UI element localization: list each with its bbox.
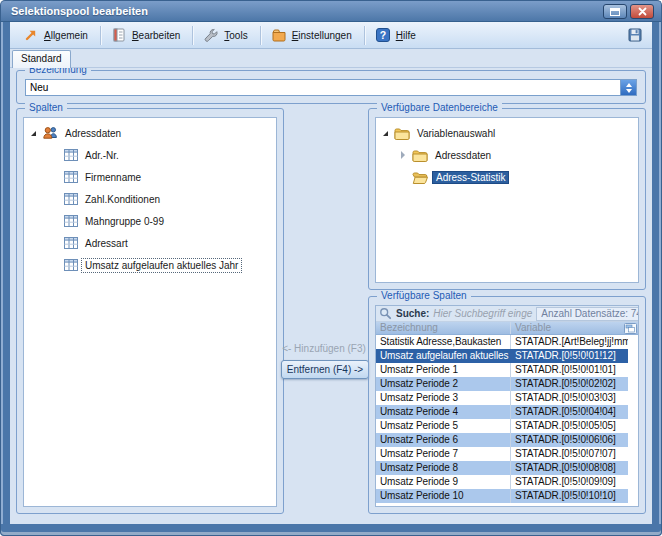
column-header-variable[interactable]: Variable bbox=[510, 322, 638, 334]
toolbar: AllgemeinBearbeitenToolsEinstellungen?Hi… bbox=[10, 22, 652, 49]
toolbar-button-einstellungen[interactable]: Einstellungen bbox=[264, 25, 361, 46]
tree-item-label: Firmenname bbox=[82, 171, 144, 184]
toolbar-separator bbox=[364, 26, 365, 45]
tree-item-label: Adressdaten bbox=[62, 127, 124, 140]
search-bar[interactable]: Suche: Hier Suchbegriff einge Anzahl Dat… bbox=[376, 306, 638, 322]
bezeichnung-combobox[interactable]: Neu bbox=[25, 79, 637, 96]
toolbar-separator bbox=[100, 26, 101, 45]
cell-variable: STATADR.[0!5!0!02!02] bbox=[510, 377, 628, 391]
settings-icon bbox=[271, 27, 287, 43]
window-frame-right bbox=[652, 22, 662, 524]
toolbar-buttons: AllgemeinBearbeitenToolsEinstellungen?Hi… bbox=[16, 25, 425, 46]
cell-bezeichnung: Umsatz Periode 4 bbox=[376, 405, 510, 419]
verfuegbare-spalten-group: Verfügbare Spalten Suche: Hier Suchbegri… bbox=[368, 296, 646, 514]
toolbar-button-label: Einstellungen bbox=[292, 30, 352, 41]
cell-bezeichnung: Umsatz Periode 6 bbox=[376, 433, 510, 447]
tree-item[interactable]: Zahl.Konditionen bbox=[24, 188, 276, 210]
tree-item-label: Umsatz aufgelaufen aktuelles Jahr bbox=[82, 259, 241, 272]
search-label: Suche: bbox=[396, 308, 429, 319]
close-button[interactable] bbox=[630, 4, 654, 19]
grid-row[interactable]: Umsatz Periode 2STATADR.[0!5!0!02!02] bbox=[376, 377, 628, 391]
spinner-down-icon bbox=[626, 89, 632, 93]
folder-closed-icon bbox=[394, 127, 410, 140]
cell-bezeichnung: Umsatz Periode 5 bbox=[376, 419, 510, 433]
toolbar-button-label: Hilfe bbox=[396, 30, 416, 41]
datenbereiche-group-label: Verfügbare Datenbereiche bbox=[377, 102, 502, 113]
toolbar-button-bearbeiten[interactable]: Bearbeiten bbox=[104, 25, 189, 46]
app-window: Selektionspool bearbeiten AllgemeinBearb… bbox=[0, 0, 662, 536]
spinner-up-icon bbox=[626, 83, 632, 87]
verfuegbare-spalten-grid: Suche: Hier Suchbegriff einge Anzahl Dat… bbox=[375, 305, 639, 507]
datenbereiche-group: Verfügbare Datenbereiche Variablenauswah… bbox=[368, 108, 646, 290]
table-icon bbox=[64, 215, 78, 227]
cell-variable: STATADR.[0!5!0!10!10] bbox=[510, 489, 628, 503]
tree-item[interactable]: Mahngruppe 0-99 bbox=[24, 210, 276, 232]
grid-row[interactable]: Umsatz Periode 7STATADR.[0!5!0!07!07] bbox=[376, 447, 628, 461]
grid-row[interactable]: Umsatz Periode 9STATADR.[0!5!0!09!09] bbox=[376, 475, 628, 489]
tree-expanded-icon[interactable] bbox=[28, 131, 38, 136]
tree-item-label: Adr.-Nr. bbox=[82, 149, 122, 162]
grid-row[interactable]: Umsatz aufgelaufen aktuelles JahrSTATADR… bbox=[376, 349, 628, 363]
cell-bezeichnung: Umsatz Periode 1 bbox=[376, 363, 510, 377]
save-button[interactable] bbox=[624, 24, 646, 46]
toolbar-button-hilfe[interactable]: ?Hilfe bbox=[368, 25, 425, 46]
tree-item[interactable]: Adressdaten bbox=[24, 122, 276, 144]
combobox-spinner-button[interactable] bbox=[620, 80, 636, 95]
restore-button[interactable] bbox=[603, 4, 627, 19]
grid-row[interactable]: Umsatz Periode 3STATADR.[0!5!0!03!03] bbox=[376, 391, 628, 405]
grid-rows: Statistik Adresse,BaukastenSTATADR.[Art!… bbox=[376, 335, 628, 503]
tree-item[interactable]: Variablenauswahl bbox=[376, 122, 638, 144]
column-options-button[interactable] bbox=[624, 323, 637, 334]
add-button[interactable]: <- Hinzufügen (F3) bbox=[276, 343, 372, 354]
tree-collapsed-icon[interactable] bbox=[398, 151, 408, 159]
toolbar-button-label: Allgemein bbox=[44, 30, 88, 41]
window-frame-bottom bbox=[0, 524, 662, 536]
search-input[interactable]: Hier Suchbegriff einge bbox=[433, 308, 532, 319]
folder-closed-icon bbox=[412, 149, 428, 162]
toolbar-button-tools[interactable]: Tools bbox=[196, 25, 256, 46]
window-content: AllgemeinBearbeitenToolsEinstellungen?Hi… bbox=[10, 22, 652, 524]
cell-bezeichnung: Umsatz Periode 9 bbox=[376, 475, 510, 489]
tree-item[interactable]: Firmenname bbox=[24, 166, 276, 188]
datenbereiche-listbox: VariablenauswahlAdressdatenAdress-Statis… bbox=[375, 117, 639, 283]
grid-header: Bezeichnung Variable bbox=[376, 322, 638, 335]
grid-row[interactable]: Statistik Adresse,BaukastenSTATADR.[Art!… bbox=[376, 335, 628, 349]
grid-row[interactable]: Umsatz Periode 4STATADR.[0!5!0!04!04] bbox=[376, 405, 628, 419]
save-icon bbox=[627, 27, 643, 43]
toolbar-button-allgemein[interactable]: Allgemein bbox=[16, 25, 97, 46]
toolbar-button-label: Tools bbox=[224, 30, 247, 41]
tree-item-label: Adressdaten bbox=[432, 149, 494, 162]
cell-variable: STATADR.[0!5!0!04!04] bbox=[510, 405, 628, 419]
search-icon bbox=[379, 307, 392, 320]
cell-bezeichnung: Umsatz Periode 2 bbox=[376, 377, 510, 391]
verfuegbare-spalten-group-label: Verfügbare Spalten bbox=[377, 290, 471, 301]
grid-row[interactable]: Umsatz Periode 8STATADR.[0!5!0!08!08] bbox=[376, 461, 628, 475]
grid-row[interactable]: Umsatz Periode 10STATADR.[0!5!0!10!10] bbox=[376, 489, 628, 503]
table-icon bbox=[64, 193, 78, 205]
cell-bezeichnung: Umsatz aufgelaufen aktuelles Jahr bbox=[376, 349, 510, 363]
grid-row[interactable]: Umsatz Periode 1STATADR.[0!5!0!01!01] bbox=[376, 363, 628, 377]
help-icon: ? bbox=[375, 27, 391, 43]
tree-item[interactable]: Umsatz aufgelaufen aktuelles Jahr bbox=[24, 254, 276, 276]
column-header-bezeichnung[interactable]: Bezeichnung bbox=[376, 322, 510, 334]
toolbar-separator bbox=[192, 26, 193, 45]
cell-bezeichnung: Umsatz Periode 3 bbox=[376, 391, 510, 405]
tab-standard[interactable]: Standard bbox=[12, 50, 71, 68]
tree-item[interactable]: Adress-Statistik bbox=[376, 166, 638, 188]
tree-item-label: Zahl.Konditionen bbox=[82, 193, 163, 206]
table-icon bbox=[64, 259, 78, 271]
tree-item[interactable]: Adr.-Nr. bbox=[24, 144, 276, 166]
spalten-group: Spalten AdressdatenAdr.-Nr.FirmennameZah… bbox=[16, 108, 284, 514]
folder-open-icon bbox=[412, 171, 428, 184]
grid-row[interactable]: Umsatz Periode 6STATADR.[0!5!0!06!06] bbox=[376, 433, 628, 447]
tree-item[interactable]: Adressdaten bbox=[376, 144, 638, 166]
users-icon bbox=[42, 126, 58, 140]
tree-item-label: Adressart bbox=[82, 237, 131, 250]
grid-row[interactable]: Umsatz Periode 5STATADR.[0!5!0!05!05] bbox=[376, 419, 628, 433]
tree-expanded-icon[interactable] bbox=[380, 131, 390, 136]
bezeichnung-value: Neu bbox=[30, 80, 48, 95]
toolbar-button-label: Bearbeiten bbox=[132, 30, 180, 41]
table-icon bbox=[64, 171, 78, 183]
remove-button[interactable]: Entfernen (F4) -> bbox=[281, 360, 369, 379]
tree-item[interactable]: Adressart bbox=[24, 232, 276, 254]
